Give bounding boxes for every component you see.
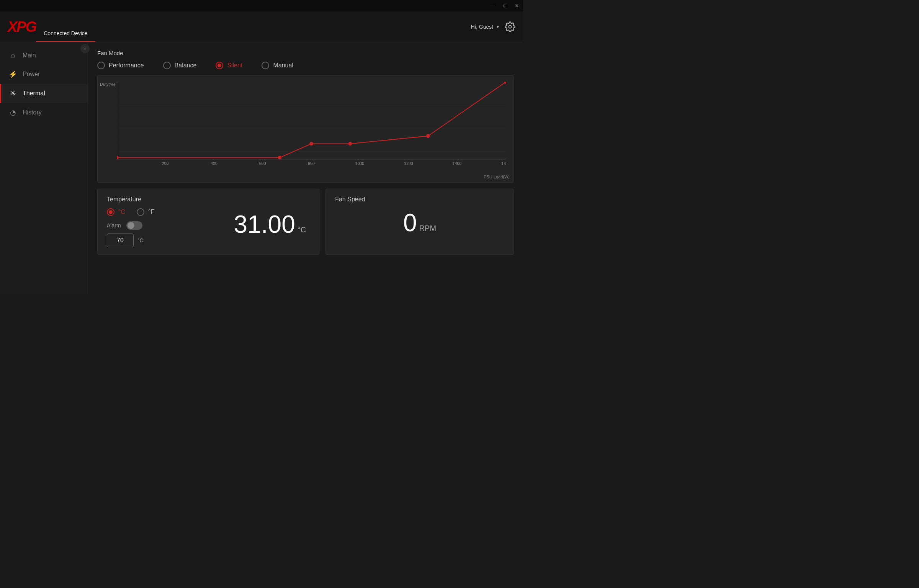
sidebar-item-main[interactable]: ⌂ Main (0, 46, 88, 65)
svg-text:1200: 1200 (404, 161, 413, 166)
close-button[interactable]: ✕ (514, 3, 520, 9)
minimize-button[interactable]: — (489, 3, 495, 9)
svg-point-36 (504, 82, 506, 84)
sidebar-item-thermal[interactable]: ✳ Thermal (0, 84, 88, 103)
dropdown-icon[interactable]: ▼ (495, 24, 500, 29)
svg-text:1400: 1400 (453, 161, 461, 166)
temperature-panel: Temperature °C °F (97, 189, 319, 255)
radio-label-balance: Balance (175, 62, 197, 69)
chart-x-label: PSU Load(W) (484, 175, 510, 179)
sidebar-label-thermal: Thermal (23, 90, 45, 97)
temp-units-row: °C °F (107, 208, 154, 216)
radio-fahrenheit[interactable]: °F (137, 208, 154, 216)
header: XPG Connected Device Hi, Guest ▼ (0, 11, 523, 42)
user-label: Hi, Guest (471, 24, 493, 30)
fan-speed-display: 0 RPM (335, 211, 504, 235)
svg-text:800: 800 (308, 161, 315, 166)
nav-connected-device[interactable]: Connected Device (36, 11, 95, 42)
radio-inner-silent (217, 64, 221, 67)
radio-label-silent: Silent (227, 62, 242, 69)
temperature-value: 31.00 °C (234, 212, 306, 237)
temperature-title: Temperature (107, 196, 310, 203)
fan-speed-title: Fan Speed (335, 196, 504, 203)
fan-mode-row: Performance Balance Silent Manual (97, 62, 514, 69)
radio-circle-manual (262, 62, 269, 69)
svg-point-34 (348, 142, 352, 145)
radio-circle-performance (97, 62, 105, 69)
unit-fahrenheit-label: °F (148, 209, 154, 216)
svg-point-33 (309, 142, 313, 145)
sidebar-label-history: History (23, 109, 42, 116)
svg-text:200: 200 (162, 161, 169, 166)
svg-point-35 (426, 134, 430, 138)
radio-label-performance: Performance (109, 62, 144, 69)
fan-speed-panel: Fan Speed 0 RPM (325, 189, 514, 255)
sidebar: ⌂ Main ⚡ Power ✳ Thermal ◔ History (0, 42, 88, 294)
power-icon: ⚡ (9, 70, 17, 78)
toggle-knob (128, 222, 134, 229)
header-nav: Connected Device (36, 11, 471, 42)
radio-silent[interactable]: Silent (216, 62, 242, 69)
sidebar-item-power[interactable]: ⚡ Power (0, 65, 88, 84)
radio-inner-celsius (109, 210, 113, 214)
header-right: Hi, Guest ▼ (471, 21, 515, 32)
svg-text:1000: 1000 (355, 161, 364, 166)
settings-icon[interactable] (505, 21, 515, 32)
temperature-unit: °C (298, 226, 306, 234)
logo-text: XPG (8, 20, 36, 34)
svg-text:400: 400 (211, 161, 217, 166)
alarm-value-input[interactable] (107, 234, 134, 247)
alarm-unit-label: °C (137, 237, 144, 243)
chart-svg: 0 10 20 30 40 50 60 70 80 90 100 200 400… (117, 82, 506, 167)
radio-performance[interactable]: Performance (97, 62, 144, 69)
fan-speed-number: 0 (403, 211, 417, 235)
sidebar-toggle[interactable]: ‹ (80, 44, 90, 53)
alarm-toggle[interactable] (126, 221, 142, 230)
radio-circle-fahrenheit (137, 208, 144, 216)
radio-manual[interactable]: Manual (262, 62, 293, 69)
radio-celsius[interactable]: °C (107, 208, 125, 216)
temperature-number: 31.00 (234, 212, 295, 237)
user-info: Hi, Guest ▼ (471, 24, 500, 30)
alarm-label: Alarm (107, 222, 121, 229)
radio-balance[interactable]: Balance (163, 62, 197, 69)
chart-y-label: Duty(%) (100, 82, 115, 87)
svg-text:1600: 1600 (501, 161, 506, 166)
radio-label-manual: Manual (273, 62, 293, 69)
radio-circle-silent (216, 62, 223, 69)
radio-circle-balance (163, 62, 171, 69)
fan-speed-value: 0 RPM (403, 211, 436, 235)
title-bar: — □ ✕ (0, 0, 523, 11)
fan-chart: Duty(%) PSU Load(W) 0 10 20 30 40 50 60 … (97, 75, 514, 183)
svg-point-32 (278, 156, 282, 160)
thermal-icon: ✳ (9, 89, 17, 98)
fan-mode-title: Fan Mode (97, 50, 514, 56)
logo: XPG (8, 20, 36, 34)
history-icon: ◔ (9, 108, 17, 117)
home-icon: ⌂ (9, 51, 17, 59)
sidebar-item-history[interactable]: ◔ History (0, 103, 88, 122)
fan-speed-unit: RPM (419, 224, 436, 232)
svg-point-0 (509, 25, 512, 28)
maximize-button[interactable]: □ (502, 3, 508, 9)
main-content: Fan Mode Performance Balance Silent Manu… (88, 42, 523, 294)
alarm-row: Alarm (107, 221, 154, 230)
bottom-row: Temperature °C °F (97, 189, 514, 255)
alarm-input-row: °C (107, 234, 154, 247)
sidebar-label-power: Power (23, 71, 40, 78)
radio-circle-celsius (107, 208, 114, 216)
svg-text:600: 600 (259, 161, 266, 166)
sidebar-label-main: Main (23, 52, 36, 59)
unit-celsius-label: °C (118, 209, 125, 216)
